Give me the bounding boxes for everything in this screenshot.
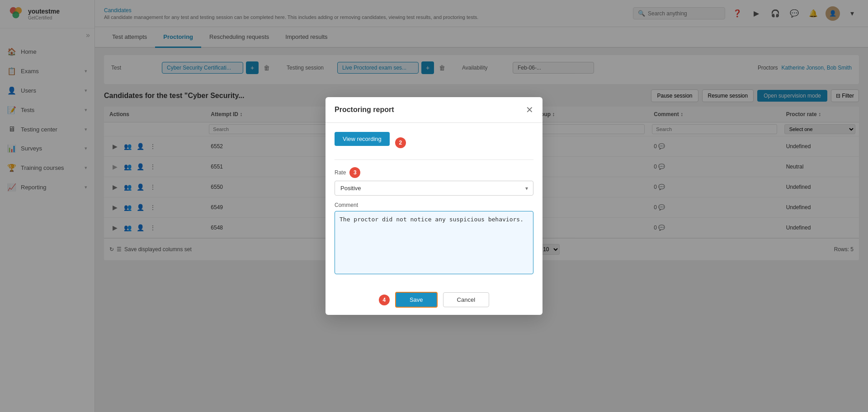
rate-select[interactable]: Positive Negative Neutral Undefined	[335, 181, 533, 196]
step-3-indicator: 3	[349, 167, 360, 178]
step-2-indicator: 2	[395, 137, 406, 148]
step-4-indicator: 4	[379, 295, 390, 305]
rate-label-row: Rate 3	[335, 167, 533, 178]
modal-overlay[interactable]: Proctoring report ✕ View recording 2 Rat…	[0, 0, 868, 412]
save-button[interactable]: Save	[395, 292, 438, 308]
view-recording-button[interactable]: View recording	[335, 132, 390, 146]
comment-label: Comment	[335, 202, 533, 208]
modal-close-button[interactable]: ✕	[526, 104, 533, 115]
divider	[335, 159, 533, 160]
proctoring-report-modal: Proctoring report ✕ View recording 2 Rat…	[326, 97, 542, 315]
modal-title: Proctoring report	[335, 106, 394, 114]
modal-body: View recording 2 Rate 3 Positive Negativ…	[326, 123, 542, 285]
modal-header: Proctoring report ✕	[326, 97, 542, 123]
modal-footer: 4 Save Cancel	[326, 285, 542, 315]
recording-row: View recording 2	[335, 132, 533, 153]
cancel-button[interactable]: Cancel	[443, 292, 489, 307]
comment-textarea[interactable]: The proctor did not notice any suspiciou…	[335, 211, 533, 274]
rate-label: Rate	[335, 169, 346, 176]
rate-select-wrapper: Positive Negative Neutral Undefined	[335, 181, 533, 196]
